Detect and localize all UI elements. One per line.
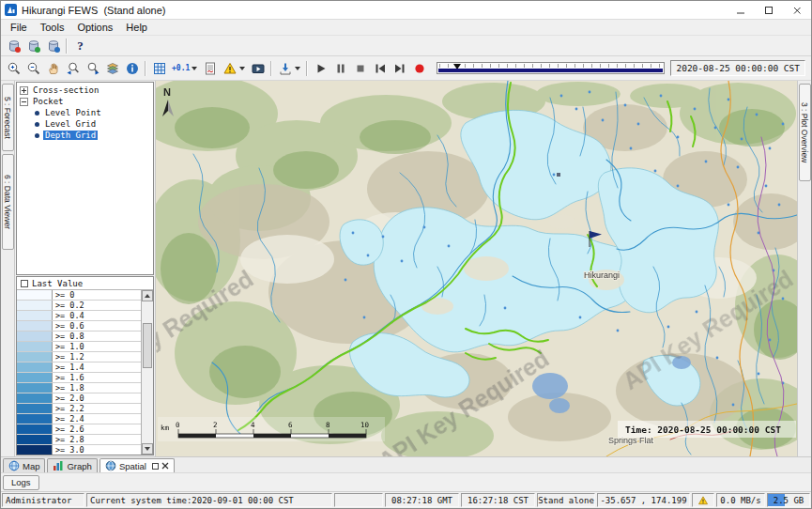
scroll-down-icon[interactable]	[142, 443, 153, 455]
tree-node-level-grid[interactable]: Level Grid	[17, 118, 153, 130]
expand-icon[interactable]	[20, 86, 28, 95]
legend-row: >= 1.8	[17, 383, 141, 393]
warning-display-button[interactable]	[220, 59, 248, 78]
zoom-out-button[interactable]	[23, 59, 43, 78]
tab-forecast[interactable]: 5 : Forecast	[2, 84, 14, 151]
skip-start-icon	[373, 61, 388, 76]
tab-spatial[interactable]: Spatial	[100, 458, 175, 472]
legend-label: >= 2.0	[53, 393, 141, 403]
logs-button-label: Logs	[11, 477, 31, 487]
tree-node-pocket[interactable]: Pocket	[17, 96, 153, 107]
collapse-icon[interactable]	[20, 98, 28, 106]
database-green-button[interactable]	[23, 37, 43, 55]
pan-button[interactable]	[43, 59, 63, 78]
tab-spatial-label: Spatial	[119, 461, 146, 471]
tree-node-depth-grid[interactable]: Depth Grid	[17, 130, 153, 141]
tab-data-viewer[interactable]: 6 : Data Viewer	[2, 154, 14, 250]
tree-node-cross-section[interactable]: Cross-section	[17, 85, 153, 96]
play-button[interactable]	[311, 59, 330, 78]
last-value-checkbox[interactable]	[21, 280, 28, 287]
scroll-thumb[interactable]	[143, 323, 152, 368]
skip-to-start-button[interactable]	[370, 59, 390, 78]
legend-swatch	[17, 404, 53, 413]
status-warning[interactable]	[692, 493, 714, 507]
layers-button[interactable]	[102, 59, 122, 78]
database-red-button[interactable]	[4, 37, 23, 55]
legend-row: >= 0.4	[17, 311, 141, 321]
node-bullet-icon	[35, 133, 39, 138]
scale-bar: km 0 2 4 6 8 10	[158, 417, 385, 441]
legend-label: >= 2.8	[53, 435, 141, 444]
legend-label: >= 2.6	[53, 424, 141, 434]
close-button[interactable]	[783, 1, 811, 19]
tree-node-level-point[interactable]: Level Point	[17, 107, 153, 118]
grid-value-label: +0.1	[172, 64, 190, 72]
view-tab-bar: Map Graph Spatial	[1, 456, 811, 472]
menu-tools[interactable]: Tools	[34, 20, 71, 35]
tab-graph-label: Graph	[67, 461, 91, 471]
report-button[interactable]	[200, 59, 220, 78]
restore-icon[interactable]	[152, 463, 159, 470]
grid-button[interactable]	[149, 59, 169, 78]
document-icon	[203, 61, 218, 76]
help-button[interactable]: ?	[70, 37, 90, 55]
logs-button[interactable]: Logs	[3, 475, 39, 490]
legend-label: >= 0.4	[53, 311, 141, 320]
status-system-time: Current system time:2020-09-01 00:00 CST	[86, 493, 332, 507]
pause-button[interactable]	[330, 59, 350, 78]
menu-help[interactable]: Help	[119, 20, 154, 35]
grid-display-button[interactable]: +0.1	[169, 59, 200, 78]
right-tab-strip: 3 : Plot Overview	[797, 81, 811, 456]
menu-file[interactable]: File	[4, 20, 34, 35]
info-button[interactable]	[122, 59, 142, 78]
maximize-button[interactable]	[755, 1, 783, 19]
toolbar-separator	[270, 61, 272, 76]
legend-swatch	[17, 383, 53, 393]
warning-icon	[697, 495, 709, 506]
globe-icon	[105, 460, 116, 471]
legend-scrollbar[interactable]	[141, 290, 153, 455]
close-icon[interactable]	[161, 462, 169, 470]
database-icon	[26, 39, 41, 54]
tab-map[interactable]: Map	[3, 458, 45, 472]
legend-swatch	[17, 445, 53, 455]
tab-map-label: Map	[23, 461, 39, 471]
legend-label: >= 2.4	[53, 414, 141, 424]
scroll-track[interactable]	[142, 301, 153, 443]
scroll-up-icon[interactable]	[142, 290, 153, 301]
legend-swatch	[17, 332, 53, 341]
zoom-previous-button[interactable]	[63, 59, 83, 78]
dropdown-caret-icon	[239, 67, 245, 70]
main-area: 5 : Forecast 6 : Data Viewer Cross-secti…	[1, 81, 811, 456]
menu-options[interactable]: Options	[70, 20, 119, 35]
current-time-display: 2020-08-25 00:00:00 CST	[670, 60, 805, 76]
node-bullet-icon	[35, 122, 39, 127]
legend-row: >= 2.0	[17, 393, 141, 404]
tab-graph[interactable]: Graph	[47, 458, 97, 472]
minimize-button[interactable]	[727, 1, 755, 19]
skip-to-end-button[interactable]	[390, 59, 409, 78]
legend-label: >= 1.2	[53, 352, 141, 362]
play-icon	[314, 61, 329, 76]
zoom-in-button[interactable]	[4, 59, 23, 78]
tab-plot-overview[interactable]: 3 : Plot Overview	[799, 84, 811, 181]
zoom-next-button[interactable]	[83, 59, 102, 78]
export-movie-button[interactable]	[248, 59, 268, 78]
legend-row: >= 0.2	[17, 301, 141, 311]
map-canvas[interactable]: API Key Required API Key Required API Ke…	[156, 81, 797, 456]
town-label: Hikurangi	[584, 270, 620, 280]
record-button[interactable]	[409, 59, 429, 78]
import-button[interactable]	[275, 59, 303, 78]
stop-button[interactable]	[350, 59, 370, 78]
database-blue-button[interactable]	[43, 37, 63, 55]
toolbar-separator	[145, 61, 146, 76]
legend-swatch	[17, 321, 53, 331]
legend-label: >= 3.0	[53, 445, 141, 455]
legend-header: Last Value	[17, 277, 153, 290]
tree-node-label: Cross-section	[31, 85, 100, 95]
legend-list: >= 0 >= 0.2 >= 0.4 >= 0.6 >= 0.8 >= 1.0 …	[17, 290, 141, 455]
legend-swatch	[17, 311, 53, 320]
status-spacer	[334, 493, 383, 507]
legend-label: >= 1.6	[53, 373, 141, 382]
timeline-slider[interactable]	[437, 62, 665, 74]
